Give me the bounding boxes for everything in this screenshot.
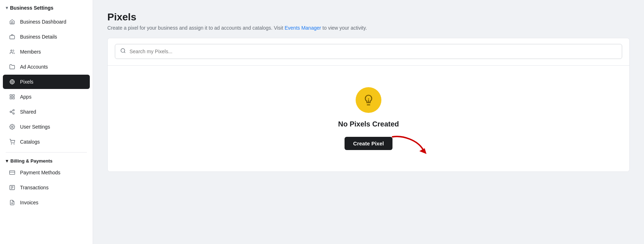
svg-marker-32 [419, 148, 426, 154]
sidebar-item-label: Apps [20, 94, 31, 100]
sidebar-item-label: Ad Accounts [20, 64, 48, 70]
chevron-down-icon: ▾ [6, 5, 8, 10]
folder-icon [9, 63, 16, 70]
share-icon [9, 108, 16, 115]
sidebar-item-label: Catalogs [20, 139, 40, 145]
page-desc-text: Create a pixel for your business and ass… [107, 25, 283, 31]
svg-line-29 [124, 52, 125, 53]
sidebar-item-business-details[interactable]: Business Details [3, 30, 90, 44]
sidebar-item-members[interactable]: Members [3, 45, 90, 59]
svg-point-12 [13, 109, 14, 111]
sidebar-item-label: Business Details [20, 34, 57, 40]
svg-line-16 [11, 110, 13, 111]
sidebar: ▾ Business Settings Business Dashboard B… [0, 0, 93, 244]
sidebar-item-apps[interactable]: Apps [3, 90, 90, 104]
sidebar-item-business-dashboard[interactable]: Business Dashboard [3, 15, 90, 29]
sidebar-item-invoices[interactable]: Invoices [3, 195, 90, 210]
svg-point-28 [121, 49, 125, 53]
list-icon [9, 184, 16, 191]
business-settings-header[interactable]: ▾ Business Settings [0, 0, 93, 14]
svg-rect-10 [10, 97, 12, 99]
pixels-icon [9, 78, 16, 85]
svg-rect-9 [13, 95, 14, 96]
empty-title: No Pixels Created [338, 120, 399, 128]
home-icon [9, 18, 16, 25]
business-settings-label: Business Settings [10, 5, 53, 11]
cart-icon [9, 138, 16, 145]
sidebar-item-label: Business Dashboard [20, 19, 66, 25]
svg-point-18 [11, 144, 11, 144]
settings-icon [9, 123, 16, 130]
search-icon [120, 48, 126, 55]
grid-icon [9, 93, 16, 100]
svg-point-14 [13, 113, 14, 114]
svg-point-31 [368, 99, 369, 100]
pixels-content-box: No Pixels Created Create Pixel [107, 38, 630, 172]
create-pixel-button[interactable]: Create Pixel [345, 137, 392, 150]
svg-rect-8 [10, 95, 12, 96]
sidebar-item-payment-methods[interactable]: Payment Methods [3, 165, 90, 180]
sidebar-item-label: Payment Methods [20, 170, 60, 175]
sidebar-item-pixels[interactable]: Pixels [3, 75, 90, 89]
events-manager-link[interactable]: Events Manager [284, 25, 321, 31]
briefcase-icon [9, 33, 16, 40]
sidebar-item-label: Transactions [20, 185, 49, 190]
sidebar-item-shared[interactable]: Shared [3, 105, 90, 119]
page-desc-end: to view your activity. [322, 25, 367, 31]
svg-line-15 [11, 112, 13, 113]
svg-rect-11 [13, 97, 14, 99]
svg-point-17 [11, 126, 13, 128]
search-input[interactable] [130, 49, 617, 54]
svg-point-19 [14, 144, 14, 144]
main-content: Pixels Create a pixel for your business … [93, 0, 644, 244]
sidebar-item-user-settings[interactable]: User Settings [3, 120, 90, 134]
sidebar-item-transactions[interactable]: Transactions [3, 180, 90, 195]
chevron-down-icon: ▾ [6, 158, 8, 164]
search-row [108, 38, 629, 66]
svg-rect-20 [10, 171, 15, 175]
sidebar-item-ad-accounts[interactable]: Ad Accounts [3, 60, 90, 74]
empty-state: No Pixels Created Create Pixel [108, 66, 629, 171]
page-description: Create a pixel for your business and ass… [107, 25, 630, 31]
svg-point-3 [11, 81, 13, 83]
svg-point-13 [10, 111, 11, 113]
sidebar-item-label: Members [20, 49, 41, 55]
svg-point-1 [11, 50, 12, 51]
sidebar-item-catalogs[interactable]: Catalogs [3, 135, 90, 149]
creditcard-icon [9, 169, 16, 176]
create-pixel-button-wrap: Create Pixel [345, 137, 392, 150]
sidebar-item-label: Pixels [20, 79, 33, 85]
sidebar-divider [6, 152, 87, 153]
sidebar-item-label: Shared [20, 109, 36, 115]
search-bar[interactable] [115, 44, 622, 59]
red-arrow-annotation [389, 133, 432, 155]
sidebar-item-label: Invoices [20, 200, 38, 205]
sidebar-item-label: User Settings [20, 124, 50, 130]
lightbulb-icon [356, 87, 381, 113]
svg-rect-0 [10, 36, 14, 39]
document-icon [9, 199, 16, 206]
page-title: Pixels [107, 11, 630, 23]
users-icon [9, 48, 16, 55]
billing-section-label: Billing & Payments [10, 158, 53, 164]
billing-section-header[interactable]: ▾ Billing & Payments [0, 155, 93, 165]
